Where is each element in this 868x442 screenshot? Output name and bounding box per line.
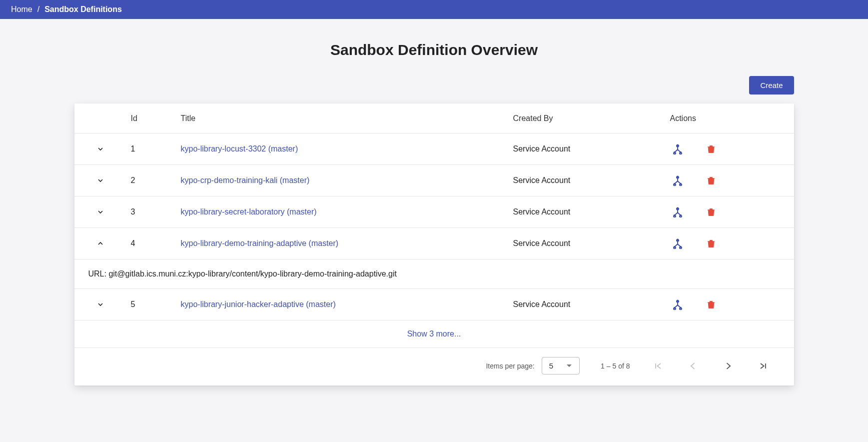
svg-point-2 — [679, 152, 681, 154]
trash-icon — [706, 206, 716, 218]
definition-title-link[interactable]: kypo-library-junior-hacker-adaptive (mas… — [181, 300, 336, 308]
col-header-title: Title — [177, 106, 509, 131]
page-title: Sandbox Definition Overview — [74, 42, 794, 58]
svg-point-6 — [676, 208, 678, 210]
trash-icon — [706, 299, 716, 310]
delete-action-button[interactable] — [704, 142, 718, 156]
topology-icon — [672, 299, 683, 310]
topology-icon — [672, 144, 683, 154]
svg-point-10 — [673, 246, 675, 248]
page-size-select[interactable]: 5 — [542, 357, 580, 374]
items-per-page-label: Items per page: — [486, 362, 534, 370]
chevron-down-icon — [96, 176, 104, 184]
trash-icon — [706, 175, 716, 186]
cell-created-by: Service Account — [509, 168, 654, 193]
paginator-range-label: 1 – 5 of 8 — [601, 362, 630, 370]
show-more-link[interactable]: Show 3 more... — [74, 320, 794, 348]
svg-point-11 — [679, 246, 681, 248]
topology-icon — [672, 238, 683, 249]
cell-id: 3 — [127, 200, 177, 224]
svg-point-5 — [679, 183, 681, 185]
cell-created-by: Service Account — [509, 200, 654, 224]
create-button[interactable]: Create — [749, 76, 794, 94]
cell-created-by: Service Account — [509, 292, 654, 317]
table-header-row: Id Title Created By Actions — [74, 104, 794, 134]
trash-icon — [706, 238, 716, 249]
expand-toggle[interactable] — [94, 298, 106, 310]
svg-point-0 — [676, 144, 678, 146]
first-page-button[interactable] — [651, 359, 665, 373]
expand-toggle[interactable] — [94, 174, 106, 186]
chevron-down-icon — [96, 145, 104, 153]
chevron-down-icon — [96, 300, 104, 308]
expand-toggle[interactable] — [94, 206, 106, 218]
paginator: Items per page: 5 1 – 5 of 8 — [74, 348, 794, 386]
breadcrumb: Home / Sandbox Definitions — [0, 0, 868, 19]
table-row: 5kypo-library-junior-hacker-adaptive (ma… — [74, 289, 794, 320]
dropdown-arrow-icon — [566, 364, 572, 368]
col-header-id: Id — [127, 106, 177, 131]
svg-point-9 — [676, 239, 678, 241]
svg-point-1 — [673, 152, 675, 154]
breadcrumb-separator: / — [37, 5, 39, 14]
table-row: 3kypo-library-secret-laboratory (master)… — [74, 196, 794, 228]
cell-created-by: Service Account — [509, 231, 654, 256]
topology-action-button[interactable] — [670, 297, 685, 312]
cell-id: 1 — [127, 136, 177, 162]
table-row: 1kypo-library-locust-3302 (master)Servic… — [74, 134, 794, 165]
delete-action-button[interactable] — [704, 236, 718, 251]
cell-id: 2 — [127, 168, 177, 193]
definition-title-link[interactable]: kypo-crp-demo-training-kali (master) — [181, 176, 310, 184]
svg-point-3 — [676, 176, 678, 178]
svg-point-7 — [673, 214, 675, 216]
svg-point-8 — [679, 214, 681, 216]
row-detail: URL: git@gitlab.ics.muni.cz:kypo-library… — [74, 260, 794, 289]
topology-action-button[interactable] — [670, 236, 685, 251]
expand-toggle[interactable] — [94, 238, 106, 250]
svg-point-12 — [676, 300, 678, 302]
topology-action-button[interactable] — [670, 142, 685, 156]
table-row: 2kypo-crp-demo-training-kali (master)Ser… — [74, 165, 794, 196]
page-size-value: 5 — [549, 362, 553, 370]
next-page-button[interactable] — [721, 359, 735, 373]
definition-title-link[interactable]: kypo-library-locust-3302 (master) — [181, 144, 298, 153]
chevron-up-icon — [96, 240, 104, 248]
breadcrumb-current: Sandbox Definitions — [44, 5, 122, 14]
expand-toggle[interactable] — [94, 143, 106, 155]
breadcrumb-home-link[interactable]: Home — [11, 5, 32, 14]
col-header-created-by: Created By — [509, 106, 654, 131]
cell-id: 5 — [127, 292, 177, 317]
delete-action-button[interactable] — [704, 297, 718, 312]
definition-title-link[interactable]: kypo-library-demo-training-adaptive (mas… — [181, 239, 339, 248]
topology-action-button[interactable] — [670, 173, 685, 188]
cell-created-by: Service Account — [509, 136, 654, 162]
col-header-actions: Actions — [654, 106, 794, 131]
delete-action-button[interactable] — [704, 204, 718, 220]
delete-action-button[interactable] — [704, 173, 718, 188]
svg-point-14 — [679, 307, 681, 309]
svg-point-13 — [673, 307, 675, 309]
topology-icon — [672, 175, 683, 186]
last-page-button[interactable] — [756, 359, 770, 373]
trash-icon — [706, 144, 716, 154]
svg-point-4 — [673, 183, 675, 185]
topology-icon — [672, 206, 683, 218]
definition-title-link[interactable]: kypo-library-secret-laboratory (master) — [181, 208, 317, 216]
definitions-table: Id Title Created By Actions 1kypo-librar… — [74, 104, 794, 386]
cell-id: 4 — [127, 231, 177, 256]
table-row: 4kypo-library-demo-training-adaptive (ma… — [74, 228, 794, 260]
prev-page-button[interactable] — [686, 359, 700, 373]
topology-action-button[interactable] — [670, 204, 685, 220]
chevron-down-icon — [96, 208, 104, 216]
